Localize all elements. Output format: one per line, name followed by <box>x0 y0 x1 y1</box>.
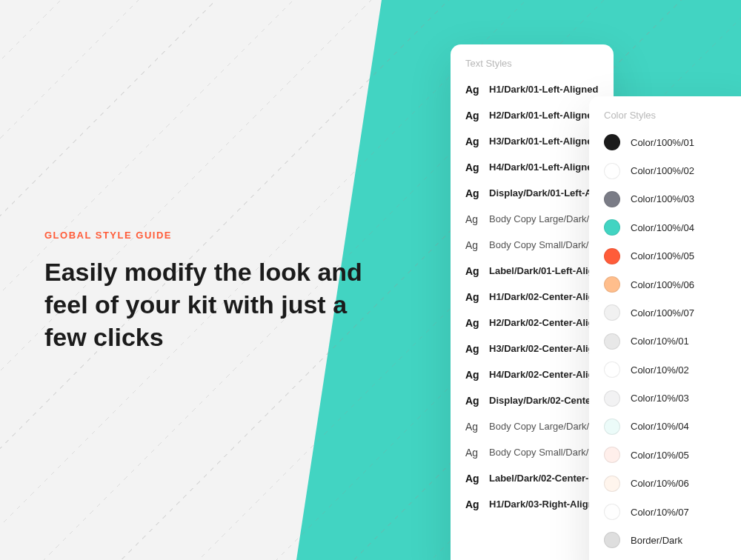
color-style-item[interactable]: Color/10%/07 <box>589 498 741 526</box>
color-swatch <box>604 219 620 236</box>
text-style-label: H2/Dark/01-Left-Aligned <box>489 110 598 121</box>
color-style-item[interactable]: Color/100%/04 <box>589 213 741 241</box>
color-swatch <box>604 163 620 179</box>
color-styles-title: Color Styles <box>589 96 741 128</box>
color-style-item[interactable]: Color/100%/05 <box>589 242 741 270</box>
text-sample-icon: Ag <box>465 473 482 484</box>
color-style-label: Color/10%/02 <box>631 364 689 376</box>
text-style-item[interactable]: AgH1/Dark/01-Left-Aligned <box>451 76 614 102</box>
text-style-label: H1/Dark/03-Right-Aligned <box>489 499 605 510</box>
color-style-item[interactable]: Color/10%/03 <box>589 384 741 412</box>
color-swatch <box>604 419 620 435</box>
text-sample-icon: Ag <box>465 447 482 459</box>
color-style-label: Color/10%/03 <box>631 393 689 404</box>
color-style-item[interactable]: Color/10%/06 <box>589 470 741 498</box>
color-style-item[interactable]: Color/100%/07 <box>589 299 741 327</box>
color-swatch <box>604 191 620 207</box>
text-sample-icon: Ag <box>465 369 482 381</box>
color-swatch <box>604 390 620 407</box>
color-style-label: Color/100%/07 <box>631 307 694 319</box>
color-style-item[interactable]: Color/10%/05 <box>589 441 741 469</box>
text-sample-icon: Ag <box>465 421 482 433</box>
color-style-label: Color/10%/01 <box>631 336 689 347</box>
color-swatch <box>604 304 620 321</box>
color-style-item[interactable]: Color/100%/03 <box>589 185 741 213</box>
text-styles-title: Text Styles <box>451 44 614 76</box>
color-swatch <box>604 248 620 264</box>
text-sample-icon: Ag <box>465 265 482 277</box>
text-sample-icon: Ag <box>465 84 482 96</box>
text-sample-icon: Ag <box>465 239 482 251</box>
color-style-item[interactable]: Border/Dark <box>589 526 741 554</box>
color-swatch <box>604 532 620 548</box>
color-swatch <box>604 333 620 350</box>
color-style-item[interactable]: Border/Light <box>589 555 741 560</box>
color-style-label: Color/10%/05 <box>631 450 689 461</box>
headline: Easily modify the look and feel of your … <box>44 256 363 354</box>
color-style-label: Color/100%/02 <box>631 165 694 176</box>
text-style-label: H1/Dark/01-Left-Aligned <box>489 84 598 95</box>
color-swatch <box>604 447 620 463</box>
color-style-item[interactable]: Color/10%/04 <box>589 413 741 441</box>
text-sample-icon: Ag <box>465 317 482 329</box>
text-sample-icon: Ag <box>465 499 482 510</box>
text-sample-icon: Ag <box>465 395 482 407</box>
color-style-label: Border/Dark <box>631 535 682 546</box>
color-style-label: Color/100%/01 <box>631 137 694 148</box>
text-style-label: H3/Dark/01-Left-Aligned <box>489 136 598 147</box>
color-style-label: Color/100%/05 <box>631 250 694 261</box>
text-style-label: H4/Dark/01-Left-Aligned <box>489 161 598 173</box>
color-swatch <box>604 276 620 293</box>
color-style-item[interactable]: Color/10%/02 <box>589 356 741 384</box>
color-style-label: Color/100%/06 <box>631 279 694 290</box>
eyebrow-label: GLOBAL STYLE GUIDE <box>44 230 363 241</box>
text-sample-icon: Ag <box>465 136 482 147</box>
text-sample-icon: Ag <box>465 213 482 225</box>
color-style-label: Color/10%/04 <box>631 421 689 432</box>
color-swatch <box>604 134 620 150</box>
color-style-label: Color/100%/04 <box>631 222 694 233</box>
color-swatch <box>604 504 620 520</box>
hero-copy: GLOBAL STYLE GUIDE Easily modify the loo… <box>44 230 363 354</box>
color-style-label: Color/10%/06 <box>631 478 689 489</box>
text-sample-icon: Ag <box>465 291 482 303</box>
text-sample-icon: Ag <box>465 187 482 199</box>
color-styles-list: Color/100%/01Color/100%/02Color/100%/03C… <box>589 128 741 560</box>
color-style-label: Color/100%/03 <box>631 193 694 204</box>
color-style-item[interactable]: Color/100%/01 <box>589 128 741 156</box>
color-style-item[interactable]: Color/100%/06 <box>589 270 741 299</box>
color-styles-panel: Color Styles Color/100%/01Color/100%/02C… <box>589 96 741 560</box>
color-style-label: Color/10%/07 <box>631 507 689 518</box>
text-sample-icon: Ag <box>465 110 482 121</box>
color-style-item[interactable]: Color/10%/01 <box>589 327 741 356</box>
color-style-item[interactable]: Color/100%/02 <box>589 156 741 184</box>
text-sample-icon: Ag <box>465 343 482 355</box>
color-swatch <box>604 476 620 492</box>
text-sample-icon: Ag <box>465 161 482 173</box>
color-swatch <box>604 361 620 378</box>
